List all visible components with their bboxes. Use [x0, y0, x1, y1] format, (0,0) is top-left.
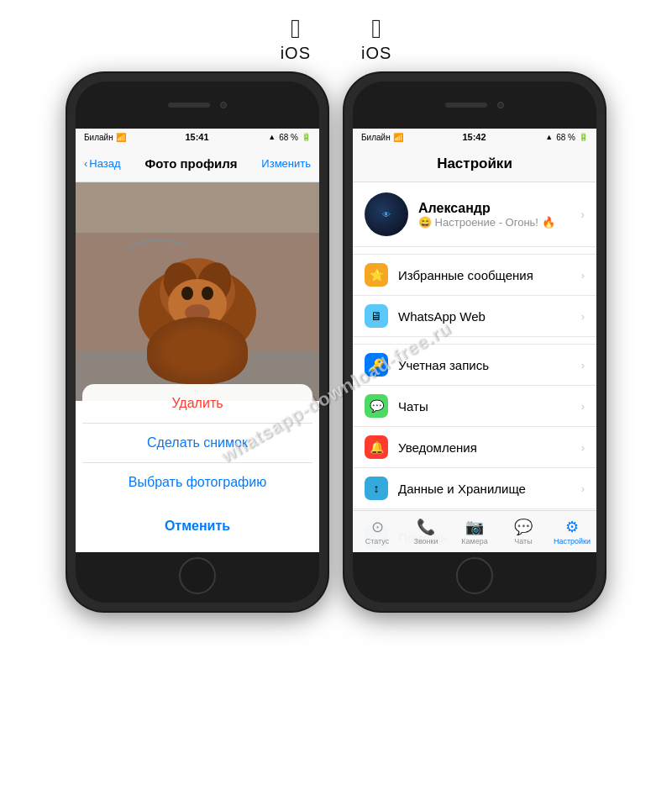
settings-title: Настройки [437, 155, 512, 172]
account-label: Учетная запись [398, 358, 571, 372]
tab-camera[interactable]: 📷 Камера [450, 518, 499, 545]
tab-chats[interactable]: 💬 Чаты [499, 518, 548, 545]
right-phone: Билайн 📶 15:42 ▲ 68 % 🔋 Настройки [344, 73, 605, 611]
account-icon: 🔑 [365, 353, 388, 377]
tab-settings[interactable]: ⚙ Настройки [548, 518, 596, 545]
action-items-group: Удалить Сделать снимок Выбрать фотографи… [82, 384, 312, 502]
left-phone-inner: Билайн 📶 15:41 ▲ 68 % 🔋 ‹ Назад [76, 82, 319, 603]
chats-tab-icon: 💬 [514, 518, 533, 536]
left-phone-screen: Билайн 📶 15:41 ▲ 68 % 🔋 ‹ Назад [76, 129, 319, 552]
back-label: Назад [89, 157, 120, 170]
data-storage-chevron: › [581, 482, 585, 495]
left-time: 15:41 [185, 132, 208, 142]
starred-messages-row[interactable]: ⭐ Избранные сообщения › [353, 255, 596, 296]
camera-tab-label: Камера [461, 537, 487, 545]
whatsapp-web-row[interactable]: 🖥 WhatsApp Web › [353, 296, 596, 336]
tab-status[interactable]: ⊙ Статус [353, 518, 402, 545]
profile-chevron: › [580, 208, 585, 221]
notifications-row[interactable]: 🔔 Уведомления › [353, 427, 596, 468]
apple-logo-left:  [291, 15, 301, 42]
profile-info: Александр 😄 Настроение - Огонь! 🔥 [418, 201, 570, 229]
choose-photo-action[interactable]: Выбрать фотографию [82, 463, 312, 502]
left-status-bar: Билайн 📶 15:41 ▲ 68 % 🔋 [76, 129, 319, 145]
camera-dot-right [497, 102, 504, 108]
tab-calls[interactable]: 📞 Звонки [402, 518, 450, 545]
chats-label: Чаты [398, 399, 571, 414]
left-phone: Билайн 📶 15:41 ▲ 68 % 🔋 ‹ Назад [67, 73, 328, 611]
right-location-icon: ▲ [545, 133, 553, 141]
left-nav-bar: ‹ Назад Фото профиля Изменить [76, 145, 319, 182]
chats-tab-label: Чаты [514, 537, 532, 545]
starred-icon: ⭐ [365, 263, 388, 287]
settings-section-1: ⭐ Избранные сообщения › 🖥 WhatsApp Web › [353, 254, 596, 552]
camera-tab-icon: 📷 [465, 518, 484, 536]
left-location-icon: ▲ [268, 133, 276, 141]
delete-action[interactable]: Удалить [82, 384, 312, 424]
right-status-bar: Билайн 📶 15:42 ▲ 68 % 🔋 [353, 129, 596, 145]
svg-point-8 [185, 304, 210, 321]
right-phone-screen: Билайн 📶 15:42 ▲ 68 % 🔋 Настройки [353, 129, 596, 552]
speaker-left [168, 103, 210, 108]
avatar-image: 👁 [382, 210, 391, 219]
left-battery: 68 % [279, 133, 298, 142]
left-phone-top-bar [76, 82, 319, 129]
chats-chevron: › [581, 400, 585, 413]
left-wifi-icon: 📶 [116, 133, 126, 142]
speaker-right [445, 103, 487, 108]
data-storage-icon: ↕ [365, 477, 388, 500]
account-chevron: › [581, 359, 585, 371]
account-row[interactable]: 🔑 Учетная запись › [353, 345, 596, 386]
notifications-icon: 🔔 [365, 435, 388, 459]
settings-group-2: 🔑 Учетная запись › 💬 Чаты › 🔔 [353, 344, 596, 509]
left-battery-icon: 🔋 [302, 133, 311, 141]
home-button-right[interactable] [456, 557, 493, 594]
profile-status: 😄 Настроение - Огонь! 🔥 [418, 216, 570, 229]
chevron-left-icon: ‹ [84, 157, 87, 170]
action-sheet: Удалить Сделать снимок Выбрать фотографи… [76, 384, 319, 552]
apple-logo-right:  [371, 15, 381, 42]
snapshot-action[interactable]: Сделать снимок [82, 424, 312, 463]
svg-rect-9 [76, 182, 319, 233]
right-time: 15:42 [462, 132, 486, 142]
calls-tab-icon: 📞 [417, 518, 435, 536]
left-nav-title: Фото профиля [144, 156, 237, 171]
starred-chevron: › [581, 269, 585, 282]
right-ios-text: iOS [361, 44, 391, 63]
right-phone-top-bar [353, 82, 596, 129]
left-carrier: Билайн [84, 133, 113, 142]
settings-nav-bar: Настройки [353, 145, 596, 182]
calls-tab-label: Звонки [413, 537, 438, 545]
top-labels:  iOS  iOS [0, 0, 672, 63]
right-wifi-icon: 📶 [393, 133, 403, 142]
profile-photo-area [76, 182, 319, 401]
profile-avatar: 👁 [365, 192, 408, 236]
right-ios-label:  iOS [361, 15, 391, 63]
settings-group-1: ⭐ Избранные сообщения › 🖥 WhatsApp Web › [353, 254, 596, 337]
back-button[interactable]: ‹ Назад [84, 157, 121, 170]
settings-tab-icon: ⚙ [565, 518, 579, 536]
settings-profile-row[interactable]: 👁 Александр 😄 Настроение - Огонь! 🔥 › [353, 182, 596, 247]
data-storage-row[interactable]: ↕ Данные и Хранилище › [353, 468, 596, 508]
whatsapp-web-icon: 🖥 [365, 304, 388, 328]
dog-photo [76, 182, 319, 401]
whatsapp-web-chevron: › [581, 310, 585, 323]
left-ios-text: iOS [281, 44, 311, 63]
notifications-label: Уведомления [398, 440, 571, 455]
settings-tab-label: Настройки [554, 537, 591, 545]
home-button-left[interactable] [179, 557, 216, 594]
phones-row: Билайн 📶 15:41 ▲ 68 % 🔋 ‹ Назад [0, 63, 672, 611]
chats-row[interactable]: 💬 Чаты › [353, 386, 596, 427]
notifications-chevron: › [581, 441, 585, 454]
right-battery-icon: 🔋 [579, 133, 588, 141]
right-battery: 68 % [556, 133, 575, 142]
status-tab-icon: ⊙ [371, 518, 384, 536]
svg-point-6 [181, 287, 193, 300]
dog-image [76, 182, 319, 401]
svg-point-7 [202, 287, 213, 300]
cancel-action[interactable]: Отменить [82, 507, 312, 545]
right-carrier: Билайн [361, 133, 391, 142]
whatsapp-web-label: WhatsApp Web [398, 309, 571, 324]
data-storage-label: Данные и Хранилище [398, 482, 571, 496]
cancel-group: Отменить [82, 507, 312, 545]
edit-button[interactable]: Изменить [261, 157, 311, 170]
